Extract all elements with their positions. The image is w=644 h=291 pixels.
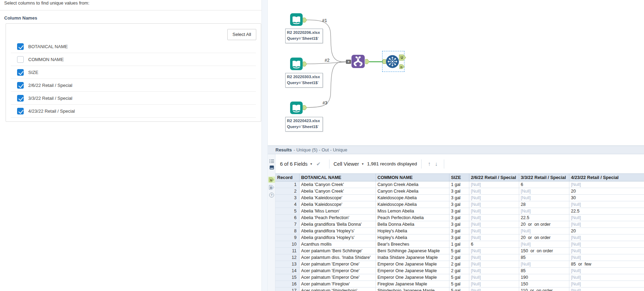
cell-record[interactable]: 1 [275,181,299,188]
cell-retail-3-3-22[interactable]: [Null] [519,261,569,268]
cell-retail-2-6-22[interactable]: [Null] [469,215,519,221]
cell-retail-2-6-22[interactable]: [Null] [469,268,519,274]
cell-botanical-name[interactable]: Acer palamtum 'Beni Schihinge' [299,248,376,254]
cell-retail-2-6-22[interactable]: [Null] [469,254,519,261]
cell-size[interactable]: 3 gal [449,208,469,215]
cell-record[interactable]: 13 [275,261,299,268]
cell-common-name[interactable]: Inaba Shidare Japanese Maple [376,254,449,261]
cell-size[interactable]: 3 gal [449,228,469,234]
table-row[interactable]: 3 Abelia 'Kaleidoscope' Kaleidoscope Abe… [275,195,644,201]
table-row[interactable]: 16 Acer palmatum 'Fireglow' Fireglow Jap… [275,281,644,288]
cell-size[interactable]: 3 gal [449,221,469,228]
output-anchor-d-button[interactable]: D [269,185,274,190]
metadata-list-icon[interactable] [269,159,274,163]
cell-retail-2-6-22[interactable]: [Null] [469,234,519,241]
apply-check-icon[interactable]: ✔ [316,161,321,167]
cell-record[interactable]: 17 [275,288,299,291]
cell-size[interactable]: 2 gal [449,254,469,261]
cell-record[interactable]: 14 [275,268,299,274]
cell-size[interactable]: 5 gal [449,288,469,291]
cell-retail-4-23-22[interactable]: [Null] [569,268,644,274]
cell-record[interactable]: 15 [275,274,299,281]
cell-botanical-name[interactable]: Abelia 'Canyon Creek' [299,188,376,195]
cell-common-name[interactable]: Bella Donna Abelia [376,221,449,228]
cell-retail-3-3-22[interactable]: 150 or on order [519,248,569,254]
column-checkbox-row[interactable]: SIZE [11,66,256,79]
output-anchor[interactable] [303,17,307,23]
union-tool[interactable]: 2 7 [351,55,365,68]
cell-size[interactable]: 3 gal [449,215,469,221]
table-row[interactable]: 17 Acer palmatum 'Shindeshojo' Shindesho… [275,288,644,291]
cell-retail-2-6-22[interactable]: [Null] [469,208,519,215]
input-data-tool-3[interactable] [290,102,303,114]
cell-retail-3-3-22[interactable]: 150 [519,281,569,288]
cell-record[interactable]: 12 [275,254,299,261]
column-checkbox[interactable] [17,108,24,114]
output-anchor[interactable] [303,105,307,110]
cell-common-name[interactable]: Kaleidoscope Abelia [376,195,449,201]
cell-retail-4-23-22[interactable]: 22.5 [569,208,644,215]
fields-dropdown[interactable]: 6 of 6 Fields ▾ [280,161,312,167]
cell-botanical-name[interactable]: Abelia 'Canyon Creek' [299,181,376,188]
cell-size[interactable]: 5 gal [449,248,469,254]
cell-retail-3-3-22[interactable]: [Null] [519,195,569,201]
cell-common-name[interactable]: Kaleidoscope Abelia [376,201,449,208]
cell-common-name[interactable]: Emperor One Japanese Maple [376,274,449,281]
table-row[interactable]: 1 Abelia 'Canyon Creek' Canyon Creek Abe… [275,181,644,188]
cell-viewer-dropdown[interactable]: Cell Viewer ▾ [334,161,364,167]
cell-common-name[interactable]: Beni Schihinge Japanese Maple [376,248,449,254]
input-annotation-2[interactable]: R2 20220303.xlsx Query=`Sheet1$` [285,73,323,88]
cell-size[interactable]: 3 gal [449,188,469,195]
table-row[interactable]: 6 Abelia 'Peach Perfection' Peach Perfec… [275,215,644,221]
cell-retail-3-3-22[interactable]: 20 or on order [519,221,569,228]
input-annotation-1[interactable]: R2 20220206.xlsx Query=`Sheet1$` [285,29,323,43]
cell-retail-2-6-22[interactable]: [Null] [469,248,519,254]
cell-retail-3-3-22[interactable]: 85 [519,254,569,261]
data-grid-icon[interactable] [270,165,274,170]
column-checkbox[interactable] [17,69,24,76]
table-row[interactable]: 4 Abelia 'Kaleidoscope' Kaleidoscope Abe… [275,201,644,208]
cell-record[interactable]: 2 [275,188,299,195]
cell-retail-4-23-22[interactable]: 20 [569,228,644,234]
column-header[interactable]: COMMON NAME [376,174,449,181]
cell-retail-4-23-22[interactable]: [Null] [569,248,644,254]
cell-record[interactable]: 3 [275,195,299,201]
column-checkbox-row[interactable]: 2/6/22 Retail / Special [11,79,256,92]
output-anchor[interactable] [303,61,307,67]
cell-retail-4-23-22[interactable]: [Null] [569,241,644,248]
column-checkbox-row[interactable]: 3/3/22 Retail / Special [11,92,256,105]
column-header[interactable]: 2/6/22 Retail / Special [469,174,519,181]
table-row[interactable]: 9 Abelia grandiflora 'Hopley's' Hopley's… [275,234,644,241]
help-icon[interactable]: ? [269,193,274,197]
column-checkbox[interactable] [17,82,24,89]
output-anchor-u-button[interactable]: U [268,177,275,183]
column-header[interactable]: 4/23/22 Retail / Special [569,174,644,181]
cell-botanical-name[interactable]: Acer palmatum 'Shindeshojo' [299,288,376,291]
cell-retail-2-6-22[interactable]: [Null] [469,228,519,234]
cell-retail-4-23-22[interactable]: 85 or few [569,261,644,268]
cell-retail-3-3-22[interactable]: [Null] [519,188,569,195]
cell-retail-4-23-22[interactable]: [Null] [569,181,644,188]
unique-tool[interactable] [386,55,399,68]
cell-botanical-name[interactable]: Acer palmatum 'Emperor One' [299,274,376,281]
cell-common-name[interactable]: Bear's Breeches [376,241,449,248]
table-row[interactable]: 8 Abelia grandiflora 'Hopley's' Hopley's… [275,228,644,234]
cell-retail-4-23-22[interactable]: [Null] [569,215,644,221]
cell-retail-4-23-22[interactable]: [Null] [569,288,644,291]
cell-retail-3-3-22[interactable]: [Null] [519,228,569,234]
table-row[interactable]: 13 Acer palmatum 'Emperor One' Emperor O… [275,261,644,268]
cell-common-name[interactable]: Miss Lemon Abelia [376,208,449,215]
unique-u-anchor[interactable]: U [399,54,406,61]
column-checkbox-row[interactable]: BOTANICAL NAME [11,40,256,53]
cell-retail-3-3-22[interactable]: [Null] [519,241,569,248]
cell-record[interactable]: 11 [275,248,299,254]
scroll-up-icon[interactable]: ↑ [428,161,431,167]
cell-botanical-name[interactable]: Acer palmatum 'Emperor One' [299,268,376,274]
cell-retail-4-23-22[interactable]: [Null] [569,281,644,288]
cell-retail-4-23-22[interactable]: [Null] [569,274,644,281]
cell-retail-2-6-22[interactable]: [Null] [469,261,519,268]
column-header[interactable]: Record [275,174,299,181]
cell-record[interactable]: 8 [275,228,299,234]
cell-record[interactable]: 5 [275,208,299,215]
cell-retail-4-23-22[interactable]: 30 [569,195,644,201]
